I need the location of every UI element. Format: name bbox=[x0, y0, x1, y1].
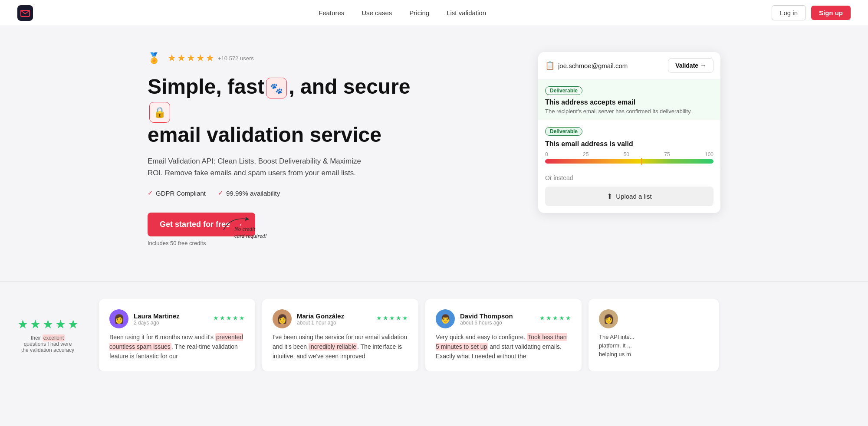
deliverable-badge-1: Deliverable bbox=[545, 86, 582, 95]
cta-area: Get started for free → Includes 50 free … bbox=[148, 213, 434, 246]
cta-note: Includes 50 free credits bbox=[148, 240, 206, 246]
score-bar bbox=[545, 159, 713, 164]
reviewer-time-2: about 1 hour ago bbox=[297, 320, 344, 326]
review-text-1: Been using it for 6 months now and it's … bbox=[109, 333, 245, 361]
review-stars-1: ★★★★★ bbox=[213, 315, 245, 321]
review-text-3: Very quick and easy to configure. Took l… bbox=[436, 333, 571, 361]
scale-100: 100 bbox=[705, 151, 713, 157]
upload-label: Upload a list bbox=[616, 193, 652, 200]
highlight-2: incredibly reliable bbox=[309, 343, 357, 351]
result1-title: This address accepts email bbox=[545, 98, 713, 106]
nav-list-validation[interactable]: List validation bbox=[447, 9, 486, 16]
title-part2: , and secure bbox=[289, 75, 410, 98]
result2-panel: Deliverable This email address is valid … bbox=[538, 120, 720, 169]
validator-input-row: 📋 Validate → bbox=[538, 52, 720, 79]
hero-rating: 🏅 ★ ★ ★ ★ ★ +10.572 users bbox=[148, 52, 434, 64]
nav-pricing[interactable]: Pricing bbox=[409, 9, 429, 16]
review-text-4: The API inte...platform. It ...helping u… bbox=[599, 333, 708, 359]
review-header-3: 👨 David Thompson about 6 hours ago ★★★★★ bbox=[436, 309, 571, 328]
badge-gdpr-label: GDPR Compliant bbox=[156, 190, 206, 197]
score-scale: 0 25 50 75 100 bbox=[545, 151, 713, 164]
result1-panel: Deliverable This address accepts email T… bbox=[538, 79, 720, 120]
svg-rect-0 bbox=[17, 5, 33, 21]
reviewer-time-1: 2 days ago bbox=[134, 320, 180, 326]
review-card-1: 👩 Laura Martinez 2 days ago ★★★★★ Been u… bbox=[99, 299, 255, 371]
deliverable-badge-2: Deliverable bbox=[545, 127, 582, 136]
email-input[interactable] bbox=[558, 62, 668, 69]
validator-card: 📋 Validate → Deliverable This address ac… bbox=[538, 52, 720, 213]
scale-labels: 0 25 50 75 100 bbox=[545, 151, 713, 157]
scale-25: 25 bbox=[583, 151, 589, 157]
result1-subtitle: The recipient's email server has confirm… bbox=[545, 108, 713, 115]
star-rating: ★ ★ ★ ★ ★ bbox=[168, 52, 214, 64]
laurel-icon: 🏅 bbox=[148, 52, 161, 64]
hero-title: Simple, fast🐾, and secure🔒 email validat… bbox=[148, 75, 434, 147]
hero-section: 🏅 ★ ★ ★ ★ ★ +10.572 users Simple, fast🐾,… bbox=[130, 26, 738, 281]
users-count: +10.572 users bbox=[218, 55, 254, 62]
signup-button[interactable]: Sign up bbox=[811, 6, 851, 20]
reviewer-name-2: Maria González bbox=[297, 312, 344, 320]
review-text-2: I've been using the service for our emai… bbox=[273, 333, 408, 361]
big-star-1: ★ bbox=[17, 317, 28, 331]
highlight-1: prevented countless spam issues bbox=[109, 333, 243, 351]
or-instead-label: Or instead bbox=[538, 169, 720, 187]
scale-50: 50 bbox=[624, 151, 629, 157]
login-button[interactable]: Log in bbox=[772, 5, 806, 20]
badge-gdpr: ✓ GDPR Compliant bbox=[148, 189, 206, 197]
reviewer-time-3: about 6 hours ago bbox=[460, 320, 513, 326]
big-star-4: ★ bbox=[55, 317, 66, 331]
review-stars-3: ★★★★★ bbox=[539, 315, 571, 321]
avatar-3: 👨 bbox=[436, 309, 455, 328]
star-4: ★ bbox=[196, 52, 205, 64]
hero-badges: ✓ GDPR Compliant ✓ 99.99% availability bbox=[148, 189, 434, 197]
badge-availability: ✓ 99.99% availability bbox=[218, 189, 280, 197]
nav-links: Features Use cases Pricing List validati… bbox=[319, 9, 486, 16]
no-credit-card-note: No creditcard required! bbox=[234, 226, 267, 239]
validate-button[interactable]: Validate → bbox=[668, 58, 713, 73]
review-header-4: 👩 bbox=[599, 309, 708, 328]
review-header-2: 👩 Maria González about 1 hour ago ★★★★★ bbox=[273, 309, 408, 328]
review-stars-2: ★★★★★ bbox=[376, 315, 408, 321]
scale-0: 0 bbox=[545, 151, 548, 157]
reviewer-name-3: David Thompson bbox=[460, 312, 513, 320]
star-2: ★ bbox=[177, 52, 186, 64]
check-icon-availability: ✓ bbox=[218, 189, 224, 197]
nav-features[interactable]: Features bbox=[319, 9, 344, 16]
review-card-2: 👩 Maria González about 1 hour ago ★★★★★ … bbox=[262, 299, 418, 371]
hero-left: 🏅 ★ ★ ★ ★ ★ +10.572 users Simple, fast🐾,… bbox=[148, 52, 434, 246]
cta-label: Get started for free bbox=[160, 220, 230, 229]
big-star-2: ★ bbox=[30, 317, 41, 331]
reviews-section: ★ ★ ★ ★ ★ their excellentquestions I had… bbox=[0, 281, 868, 371]
paw-icon: 🐾 bbox=[266, 78, 287, 98]
reviewer-name-1: Laura Martinez bbox=[134, 312, 180, 320]
upload-icon: ⬆ bbox=[607, 192, 612, 200]
result2-title: This email address is valid bbox=[545, 140, 713, 148]
star-1: ★ bbox=[168, 52, 176, 64]
avatar-4: 👩 bbox=[599, 309, 618, 328]
title-part1: Simple, fast bbox=[148, 75, 264, 98]
big-star-3: ★ bbox=[43, 317, 53, 331]
badge-availability-label: 99.99% availability bbox=[226, 190, 280, 197]
avatar-1: 👩 bbox=[109, 309, 128, 328]
reviews-row: ★ ★ ★ ★ ★ their excellentquestions I had… bbox=[0, 299, 868, 371]
check-icon-gdpr: ✓ bbox=[148, 189, 153, 197]
review-header-1: 👩 Laura Martinez 2 days ago ★★★★★ bbox=[109, 309, 245, 328]
hero-right: 📋 Validate → Deliverable This address ac… bbox=[538, 52, 720, 213]
star-3: ★ bbox=[187, 52, 195, 64]
highlight-3: Took less than 5 minutes to set up bbox=[436, 333, 567, 351]
title-line2: email validation service bbox=[148, 123, 381, 146]
avatar-2: 👩 bbox=[273, 309, 292, 328]
lock-icon: 🔒 bbox=[149, 102, 170, 123]
big-star-5: ★ bbox=[68, 317, 79, 331]
big-stars: ★ ★ ★ ★ ★ their excellentquestions I had… bbox=[0, 299, 95, 371]
score-marker bbox=[641, 158, 642, 165]
email-icon: 📋 bbox=[545, 61, 555, 70]
review-card-3: 👨 David Thompson about 6 hours ago ★★★★★… bbox=[425, 299, 582, 371]
upload-list-button[interactable]: ⬆ Upload a list bbox=[545, 187, 713, 206]
star-5: ★ bbox=[206, 52, 214, 64]
nav-actions: Log in Sign up bbox=[772, 5, 851, 20]
review-card-4: 👩 The API inte...platform. It ...helping… bbox=[589, 299, 719, 371]
nav-use-cases[interactable]: Use cases bbox=[362, 9, 392, 16]
logo[interactable] bbox=[17, 5, 33, 21]
navbar: Features Use cases Pricing List validati… bbox=[0, 0, 868, 26]
